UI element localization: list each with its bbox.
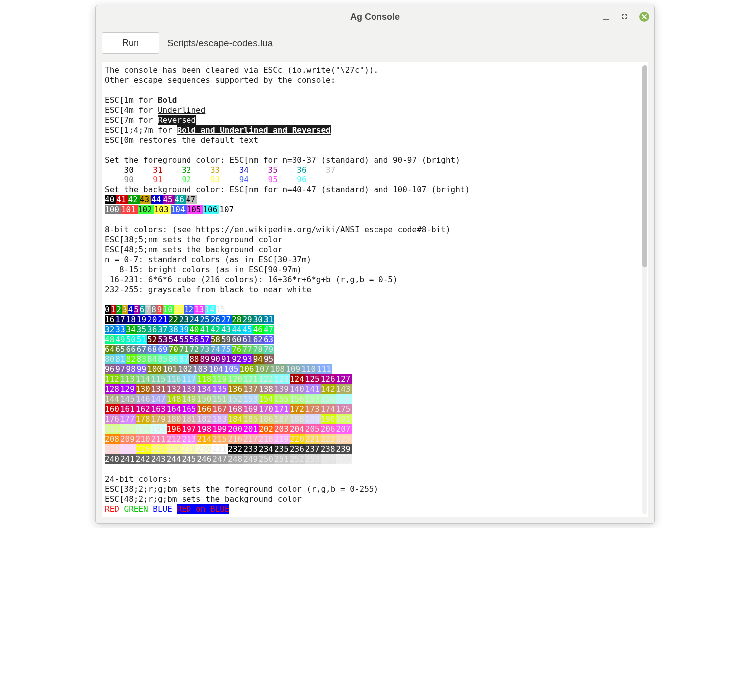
close-icon[interactable] [639, 12, 649, 22]
script-path: Scripts/escape-codes.lua [167, 38, 273, 49]
app-window: Ag Console Run Scripts/escape-codes.lua … [95, 5, 655, 524]
scrollbar[interactable] [642, 65, 647, 514]
maximize-icon[interactable] [621, 13, 628, 20]
window-title: Ag Console [350, 12, 400, 22]
minimize-icon[interactable] [602, 13, 610, 21]
titlebar: Ag Console [96, 5, 654, 28]
toolbar: Run Scripts/escape-codes.lua [96, 28, 654, 62]
run-button[interactable]: Run [102, 32, 159, 54]
console-output-area: The console has been cleared via ESCc (i… [102, 62, 648, 517]
scrollbar-thumb[interactable] [642, 65, 647, 267]
svg-rect-0 [603, 19, 609, 20]
window-controls [602, 5, 649, 28]
console-output: The console has been cleared via ESCc (i… [105, 65, 648, 514]
